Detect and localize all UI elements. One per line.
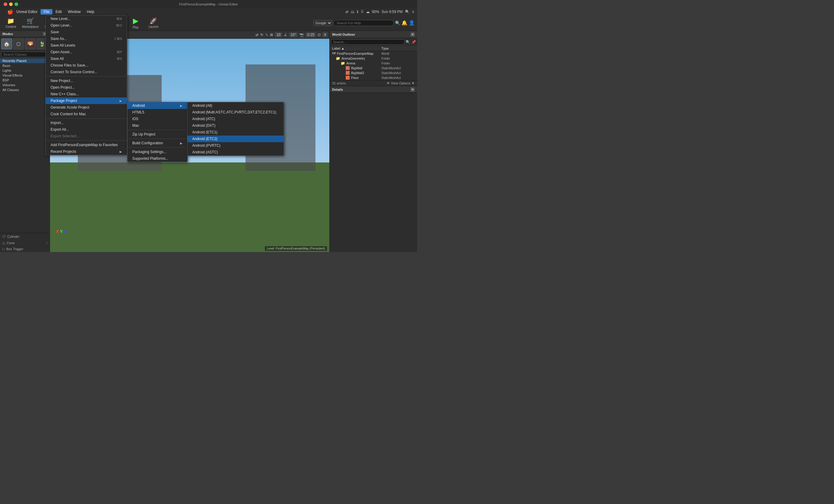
mode-landscape-icon[interactable]: 🌄	[25, 39, 36, 49]
sidebar-item-bsp[interactable]: BSP	[0, 78, 50, 83]
menu-help[interactable]: Help	[84, 9, 97, 15]
file-menu-recent-projects[interactable]: Recent Projects ▶	[46, 148, 127, 155]
sidebar-item-lights[interactable]: Lights	[0, 68, 50, 73]
rotate-icon[interactable]: ↻	[260, 33, 263, 37]
mode-paint-icon[interactable]: ⬡	[13, 39, 24, 49]
android-etc1[interactable]: Android (ETC1)	[188, 129, 284, 136]
row-arena-geometry-type: Folder	[381, 57, 415, 60]
notifications-icon[interactable]: 🔔	[401, 20, 408, 26]
minimize-button[interactable]	[9, 2, 13, 6]
android-etc2[interactable]: Android (ETC2)	[188, 136, 284, 142]
file-menu-choose-files[interactable]: Choose Files to Save...	[46, 62, 127, 69]
file-menu-cook-mac[interactable]: Cook Content for Mac	[46, 111, 127, 117]
file-menu-open-asset[interactable]: Open Asset... ⌘P	[46, 49, 127, 55]
android-atc[interactable]: Android (ATC)	[188, 116, 284, 122]
sidebar-item-cone[interactable]: △ Cone ℹ	[0, 239, 50, 246]
file-menu-open-level[interactable]: Open Level... ⌘O	[46, 22, 127, 29]
sys-icon-info: ℹ	[357, 10, 358, 14]
apple-menu-icon[interactable]: 🍎	[7, 9, 13, 15]
sidebar-item-basic[interactable]: Basic	[0, 63, 50, 68]
file-menu-add-favorites[interactable]: Add FirstPersonExampleMap to Favorites	[46, 142, 127, 148]
outliner-row-bigwall2[interactable]: 🧱 BigWall2 StaticMeshAct	[330, 70, 417, 75]
file-menu-open-project[interactable]: Open Project...	[46, 84, 127, 91]
menu-app[interactable]: Unreal Editor	[13, 9, 41, 15]
outliner-search-input[interactable]	[331, 39, 404, 45]
search-submit-icon[interactable]: 🔍	[395, 21, 400, 25]
details-panel: Details ✕	[330, 86, 417, 252]
menu-edit[interactable]: Edit	[52, 9, 65, 15]
view-options-button[interactable]: 👁 View Options ▼	[387, 82, 415, 85]
outliner-column-headers: Label ▲ Type	[330, 46, 417, 51]
file-menu-gen-xcode[interactable]: Generate Xcode Project	[46, 104, 127, 111]
profile-icon[interactable]: 👤	[409, 20, 415, 26]
search-icon[interactable]: 🔍	[405, 10, 410, 14]
toolbar-play[interactable]: ▶ Play	[127, 16, 144, 30]
modes-panel-header: Modes ✕	[0, 31, 50, 37]
sidebar-item-visual-effects[interactable]: Visual Effects	[0, 73, 50, 78]
pkg-mac[interactable]: Mac	[128, 122, 188, 129]
pkg-build-config[interactable]: Build Configuration ▶	[128, 140, 188, 146]
file-menu-save-as[interactable]: Save As... ⇧⌘S	[46, 36, 127, 42]
window-title: FirstPersonExampleMap - Unreal Editor	[179, 2, 238, 6]
android-dxt[interactable]: Android (DXT)	[188, 122, 284, 129]
pkg-ios[interactable]: iOS	[128, 116, 188, 122]
sidebar-item-recently-placed[interactable]: Recently Placed	[0, 59, 50, 63]
file-menu-new-level[interactable]: New Level... ⌘N	[46, 16, 127, 22]
file-menu-import[interactable]: Import...	[46, 119, 127, 126]
pkg-zip-up[interactable]: Zip Up Project	[128, 131, 188, 138]
file-menu-connect-source[interactable]: Connect To Source Control...	[46, 69, 127, 75]
android-astc[interactable]: Android (ASTC)	[188, 149, 284, 156]
outliner-row-arena-geometry[interactable]: 📁 ArenaGeometry Folder	[330, 56, 417, 61]
toolbar-marketplace[interactable]: 🛒 Marketplace	[20, 16, 40, 30]
close-button[interactable]	[4, 2, 7, 6]
camera-icon[interactable]: 📷	[300, 33, 304, 37]
file-menu-save-all-levels[interactable]: Save All Levels	[46, 42, 127, 49]
sidebar-item-cylinder[interactable]: ⬡ Cylinder	[0, 233, 50, 239]
outliner-row-bigwall[interactable]: 🧱 BigWall StaticMeshAct	[330, 66, 417, 70]
pkg-html5[interactable]: HTML5	[128, 109, 188, 116]
pkg-supported-platforms[interactable]: Supported Platforms...	[128, 155, 188, 162]
android-targets-dropdown: Android (All) Android (Multi:ASTC,ATC,PV…	[187, 102, 284, 156]
angle-icon[interactable]: ∠	[284, 33, 287, 37]
file-menu-save-all[interactable]: Save All ⌘S	[46, 55, 127, 62]
left-sidebar: Modes ✕ 🏠 ⬡ 🌄 🍃 Recently Placed Basic Li…	[0, 31, 50, 252]
outliner-row-firstperson-map[interactable]: 🗺 FirstPersonExampleMap World	[330, 51, 417, 56]
toolbar-launch[interactable]: 🚀 Launch	[145, 16, 162, 30]
outliner-row-floor[interactable]: 🧱 Floor StaticMeshAct	[330, 75, 417, 80]
sidebar-item-box-trigger[interactable]: □ Box Trigger	[0, 246, 50, 252]
sidebar-item-all-classes[interactable]: All Classes	[0, 87, 50, 92]
file-menu-export-all[interactable]: Export All...	[46, 126, 127, 133]
maximize-button[interactable]	[15, 2, 18, 6]
search-engine-dropdown[interactable]: Google	[313, 20, 332, 26]
classes-search-input[interactable]	[1, 52, 48, 57]
file-menu-new-project[interactable]: New Project...	[46, 77, 127, 84]
details-close-button[interactable]: ✕	[411, 87, 415, 92]
outliner-row-arena[interactable]: 📁 Arena Folder	[330, 61, 417, 66]
list-icon[interactable]: ≡	[412, 10, 414, 14]
android-multi[interactable]: Android (Multi:ASTC,ATC,PVRTC,DXT,ETC2,E…	[188, 109, 284, 116]
outliner-search-icon[interactable]: 🔍	[405, 40, 410, 44]
mode-placement-icon[interactable]: 🏠	[1, 39, 12, 49]
help-search-input[interactable]	[333, 20, 394, 26]
pkg-packaging-settings[interactable]: Packaging Settings...	[128, 148, 188, 155]
pkg-android[interactable]: Android ▶	[128, 102, 188, 109]
android-all[interactable]: Android (All)	[188, 102, 284, 109]
android-astc-label: Android (ASTC)	[192, 150, 218, 154]
outliner-pin-icon[interactable]: 📌	[411, 40, 416, 44]
toolbar-content[interactable]: 📁 Content	[2, 16, 19, 30]
menu-window[interactable]: Window	[65, 9, 84, 15]
translate-icon[interactable]: ⇄	[256, 33, 259, 37]
outliner-close-button[interactable]: ✕	[411, 32, 415, 37]
menu-file[interactable]: File	[41, 9, 52, 15]
file-menu-new-cpp[interactable]: New C++ Class...	[46, 91, 127, 97]
android-pvrtc[interactable]: Android (PVRTC)	[188, 142, 284, 149]
file-menu-package-project[interactable]: Package Project ▶	[46, 97, 127, 104]
content-icon: 📁	[7, 17, 15, 24]
window-controls[interactable]	[0, 2, 18, 6]
grid-icon[interactable]: ⊞	[270, 33, 273, 37]
maximize-icon[interactable]: ⊡	[317, 33, 321, 37]
save-as-shortcut: ⇧⌘S	[114, 37, 122, 41]
scale-icon[interactable]: ⤡	[265, 33, 268, 37]
file-menu-save[interactable]: Save	[46, 29, 127, 36]
sidebar-item-volumes[interactable]: Volumes	[0, 83, 50, 87]
